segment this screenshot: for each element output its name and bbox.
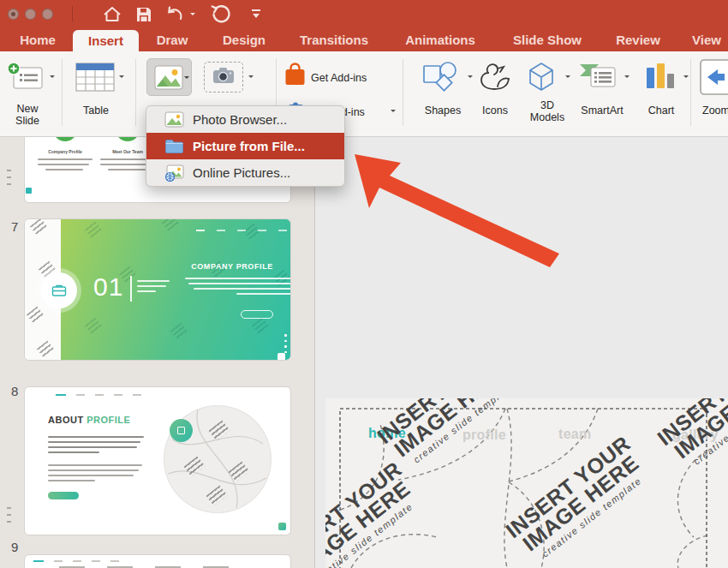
slide-9-number: 9 xyxy=(11,540,18,554)
slide7-divider-line xyxy=(130,276,132,302)
slide-nav-team: team xyxy=(558,427,592,442)
chart-icon xyxy=(642,59,680,97)
current-slide-surface[interactable]: home profile team gallery INSERT YOURIMA… xyxy=(325,398,728,568)
slide6-circle-icon xyxy=(116,137,140,141)
slide-nav-profile: profile xyxy=(462,427,506,443)
picture-button[interactable] xyxy=(146,58,192,96)
outline-mark xyxy=(7,170,11,171)
menu-item-picture-from-file[interactable]: Picture from File... xyxy=(146,133,344,159)
group-separator xyxy=(403,59,403,126)
slide-8-number: 8 xyxy=(11,384,18,398)
slide7-body-text xyxy=(185,278,291,298)
tab-slide-show[interactable]: Slide Show xyxy=(505,28,589,51)
ribbon-tab-bar: Home Insert Draw Design Transitions Anim… xyxy=(0,28,728,51)
zoom-icon xyxy=(699,58,728,99)
undo-icon[interactable] xyxy=(164,4,184,25)
slide7-nav-dashes xyxy=(196,230,287,231)
pictures-dropdown-menu: Photo Browser... Picture from File... On… xyxy=(146,105,345,187)
new-slide-dropdown-arrow xyxy=(50,75,55,81)
chart-label: Chart xyxy=(636,105,687,117)
smartart-dropdown-arrow xyxy=(624,75,630,81)
shapes-icon xyxy=(421,60,463,98)
slide7-chat-icon xyxy=(277,353,285,361)
tab-draw[interactable]: Draw xyxy=(151,28,194,51)
get-addins-label: Get Add-ins xyxy=(311,72,367,84)
slide8-title: ABOUT PROFILE xyxy=(48,415,130,425)
photo-browser-icon xyxy=(164,111,184,128)
slide-7-thumbnail[interactable]: 01 COMPANY PROFILE xyxy=(24,218,291,361)
slide8-corner-accent xyxy=(278,523,286,530)
slide-editing-canvas: home profile team gallery INSERT YOURIMA… xyxy=(315,137,728,568)
tab-review[interactable]: Review xyxy=(612,28,665,51)
collapse-ribbon-icon[interactable] xyxy=(250,7,271,27)
picture-dropdown-arrow xyxy=(184,76,189,81)
addins-store-bag-icon xyxy=(283,62,307,91)
minimize-window-button[interactable] xyxy=(25,9,36,20)
menu-item-photo-browser[interactable]: Photo Browser... xyxy=(146,106,344,133)
slide6-caption: Company Profile xyxy=(31,149,99,154)
chart-dropdown-arrow xyxy=(683,75,689,81)
tab-view[interactable]: View xyxy=(687,28,726,51)
3d-models-dropdown-arrow xyxy=(565,75,570,81)
home-icon[interactable] xyxy=(102,4,122,25)
shapes-dropdown-arrow xyxy=(468,75,473,81)
slide7-title: COMPANY PROFILE xyxy=(164,262,291,271)
online-pictures-icon xyxy=(164,164,184,181)
new-slide-label: NewSlide xyxy=(2,103,53,127)
slide8-paragraph xyxy=(48,436,146,457)
table-label: Table xyxy=(70,105,122,117)
slide7-big-number: 01 xyxy=(93,272,123,302)
ribbon: NewSlide Table xyxy=(0,51,728,137)
smartart-icon xyxy=(578,60,621,96)
outline-mark xyxy=(7,514,11,516)
outline-mark xyxy=(7,521,11,523)
3d-cube-icon xyxy=(522,59,561,97)
menu-item-label: Online Pictures... xyxy=(193,165,290,180)
expand-window-button[interactable] xyxy=(42,9,53,20)
tab-design[interactable]: Design xyxy=(218,28,271,51)
slide-8-thumbnail[interactable]: ABOUT PROFILE xyxy=(24,386,291,535)
3d-models-label: 3DModels xyxy=(522,99,573,123)
table-icon xyxy=(75,62,115,96)
slide-thumbnail-panel: Company Profile Meet Our Team 7 xyxy=(0,137,315,568)
menu-item-label: Picture from File... xyxy=(193,139,305,153)
zoom-label: Zoom xyxy=(702,105,728,117)
slide8-button-pill xyxy=(48,492,79,499)
tab-home[interactable]: Home xyxy=(15,28,60,51)
close-dot xyxy=(11,12,15,16)
screenshot-button[interactable] xyxy=(204,62,243,93)
icons-duck-icon xyxy=(476,60,516,96)
save-icon[interactable] xyxy=(134,4,154,25)
folder-icon xyxy=(164,138,184,154)
slide-9-thumbnail[interactable] xyxy=(24,554,291,568)
redo-icon[interactable] xyxy=(209,4,230,25)
slide7-number-caption xyxy=(137,280,171,296)
table-dropdown-arrow xyxy=(119,75,124,81)
close-window-button[interactable] xyxy=(8,9,19,20)
group-separator xyxy=(690,59,691,126)
slide6-corner-accent xyxy=(26,188,32,194)
group-separator xyxy=(135,59,136,126)
slide7-button-pill xyxy=(241,310,273,319)
outline-mark xyxy=(7,507,11,509)
powerpoint-window: Home Insert Draw Design Transitions Anim… xyxy=(0,0,728,568)
smartart-label: SmartArt xyxy=(572,105,632,117)
slide7-dots xyxy=(284,334,287,353)
title-bar xyxy=(0,0,728,28)
outline-mark xyxy=(7,183,11,185)
group-separator xyxy=(62,59,63,126)
my-addins-dropdown-arrow xyxy=(391,110,396,115)
titlebar-divider xyxy=(72,6,73,22)
shapes-label: Shapes xyxy=(417,105,468,117)
tab-animations[interactable]: Animations xyxy=(399,28,481,51)
slide7-briefcase-badge xyxy=(41,272,77,308)
outline-mark xyxy=(7,176,11,178)
slide9-nav-dashes xyxy=(33,560,119,562)
menu-item-online-pictures[interactable]: Online Pictures... xyxy=(146,159,344,186)
screenshot-dropdown-arrow xyxy=(248,75,254,81)
tab-insert[interactable]: Insert xyxy=(73,30,139,51)
undo-dropdown-arrow[interactable] xyxy=(190,13,195,18)
tab-transitions[interactable]: Transitions xyxy=(293,28,375,51)
slide8-nav-dashes xyxy=(56,394,141,396)
menu-item-label: Photo Browser... xyxy=(193,112,287,127)
